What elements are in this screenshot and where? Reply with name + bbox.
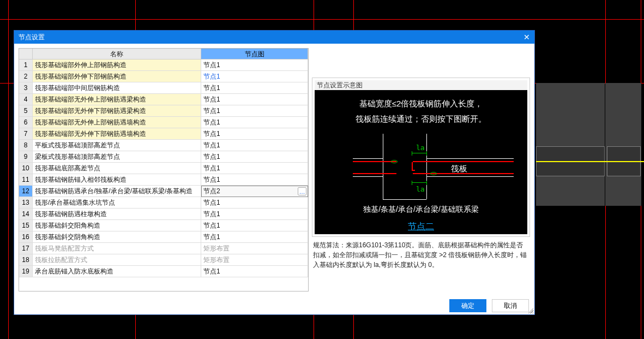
- row-name: 筏形基础端部无外伸上部钢筋遇梁构造: [33, 94, 201, 105]
- row-name: 筏形基础端部无外伸下部钢筋遇墙构造: [33, 128, 201, 140]
- row-name: 筏形基础底部高差节点: [33, 163, 201, 174]
- table-row[interactable]: 5筏形基础端部无外伸下部钢筋遇梁构造节点1: [19, 105, 308, 117]
- row-index: 9: [19, 151, 33, 163]
- resize-grip-icon[interactable]: [527, 307, 533, 313]
- row-node[interactable]: 节点1: [201, 174, 308, 186]
- table-row[interactable]: 3筏形基础端部中间层钢筋构造节点1: [19, 82, 308, 94]
- preview-fieldset: 节点设置示意图 基础宽度≤2倍筏板钢筋伸入长度， 筏板筋连续通过；否则按下图断开…: [312, 78, 530, 237]
- row-index: 5: [19, 105, 33, 117]
- row-index: 1: [19, 60, 33, 71]
- row-node[interactable]: 节点1: [201, 231, 308, 243]
- row-index: 12: [19, 186, 33, 197]
- row-node[interactable]: 节点1: [201, 163, 308, 174]
- table-row[interactable]: 7筏形基础端部无外伸下部钢筋遇墙构造节点1: [19, 128, 308, 140]
- row-node[interactable]: 节点1: [201, 197, 308, 209]
- row-index: 2: [19, 71, 33, 82]
- row-index: 19: [19, 266, 33, 277]
- preview-text-1: 基础宽度≤2倍筏板钢筋伸入长度，: [315, 99, 527, 109]
- row-index: 18: [19, 254, 33, 266]
- col-header-name[interactable]: 名称: [33, 49, 201, 60]
- row-index: 10: [19, 163, 33, 174]
- row-node[interactable]: 节点1: [201, 140, 308, 151]
- algorithm-text: 规范算法：来源16G101-3第110页。面筋、底筋根据基础构件的属性是否扣减，…: [312, 237, 530, 273]
- titlebar[interactable]: 节点设置 ✕: [14, 31, 534, 44]
- table-row[interactable]: 13筏形/承台基础遇集水坑节点节点1: [19, 197, 308, 209]
- table-row[interactable]: 15筏形基础斜交阳角构造节点1: [19, 220, 308, 231]
- table-row[interactable]: 19承台底筋锚入防水底板构造节点1: [19, 266, 308, 277]
- row-index: 3: [19, 82, 33, 94]
- table-row[interactable]: 10筏形基础底部高差节点节点1: [19, 163, 308, 174]
- row-name: 平板式筏形基础顶部高差节点: [33, 140, 201, 151]
- row-index: 11: [19, 174, 33, 186]
- row-name: 筏形基础斜交阴角构造: [33, 231, 201, 243]
- table-row[interactable]: 4筏形基础端部无外伸上部钢筋遇梁构造节点1: [19, 94, 308, 105]
- table-row[interactable]: 8平板式筏形基础顶部高差节点节点1: [19, 140, 308, 151]
- row-node[interactable]: 矩形布置: [201, 254, 308, 266]
- table-row[interactable]: 14筏形基础钢筋遇柱墩构造节点1: [19, 209, 308, 220]
- table-row[interactable]: 2筏形基础端部外伸下部钢筋构造节点1: [19, 71, 308, 82]
- row-name: 筏形基础端部无外伸下部钢筋遇梁构造: [33, 105, 201, 117]
- preview-canvas: 基础宽度≤2倍筏板钢筋伸入长度， 筏板筋连续通过；否则按下图断开。: [315, 90, 527, 234]
- row-name: 筏板马凳筋配置方式: [33, 243, 201, 254]
- row-index: 8: [19, 140, 33, 151]
- row-index: 16: [19, 231, 33, 243]
- table-row[interactable]: 11筏形基础钢筋锚入相邻筏板构造节点1: [19, 174, 308, 186]
- row-node[interactable]: 节点1: [201, 128, 308, 140]
- dialog-buttons: 确定 取消: [14, 296, 534, 314]
- row-name: 筏形基础钢筋遇承台/独基/承台梁/基础联系梁/条基构造: [33, 186, 201, 197]
- row-node[interactable]: 节点2…: [201, 186, 308, 197]
- table-row[interactable]: 6筏形基础端部无外伸上部钢筋遇墙构造节点1: [19, 117, 308, 128]
- preview-legend: 节点设置示意图: [315, 80, 527, 90]
- dialog-title: 节点设置: [19, 33, 45, 42]
- row-node[interactable]: 节点1: [201, 71, 308, 82]
- row-node[interactable]: 节点1: [201, 105, 308, 117]
- col-header-index: [19, 49, 33, 60]
- table-row[interactable]: 1筏形基础端部外伸上部钢筋构造节点1: [19, 60, 308, 71]
- table-row[interactable]: 12筏形基础钢筋遇承台/独基/承台梁/基础联系梁/条基构造节点2…: [19, 186, 308, 197]
- row-name: 筏形基础钢筋锚入相邻筏板构造: [33, 174, 201, 186]
- node-settings-dialog: 节点设置 ✕ 名称 节点图 1筏形基础端部外伸上部钢筋构造节点12筏形基础端部外…: [14, 30, 535, 315]
- row-node[interactable]: 节点1: [201, 60, 308, 71]
- table-row[interactable]: 9梁板式筏形基础顶部高差节点节点1: [19, 151, 308, 163]
- col-header-node[interactable]: 节点图: [201, 49, 308, 60]
- row-name: 筏形基础钢筋遇柱墩构造: [33, 209, 201, 220]
- cancel-button[interactable]: 取消: [492, 299, 529, 312]
- row-node[interactable]: 矩形布置: [201, 243, 308, 254]
- row-index: 7: [19, 128, 33, 140]
- row-name: 筏形基础端部外伸下部钢筋构造: [33, 71, 201, 82]
- row-name: 筏形基础斜交阳角构造: [33, 220, 201, 231]
- la-label-bot: la: [416, 185, 425, 193]
- row-node[interactable]: 节点1: [201, 94, 308, 105]
- la-label-top: la: [416, 144, 425, 152]
- row-node[interactable]: 节点1: [201, 220, 308, 231]
- close-icon[interactable]: ✕: [519, 31, 534, 44]
- row-name: 筏形基础端部外伸上部钢筋构造: [33, 60, 201, 71]
- node-table: 名称 节点图 1筏形基础端部外伸上部钢筋构造节点12筏形基础端部外伸下部钢筋构造…: [19, 48, 309, 292]
- row-name: 筏板拉筋配置方式: [33, 254, 201, 266]
- preview-bottom-label: 独基/条基/承台/承台梁/基础联系梁: [315, 205, 527, 215]
- ok-button[interactable]: 确定: [449, 299, 486, 312]
- row-name: 承台底筋锚入防水底板构造: [33, 266, 201, 277]
- fb-label: 筏板: [451, 164, 467, 174]
- row-index: 13: [19, 197, 33, 209]
- row-node[interactable]: 节点1: [201, 209, 308, 220]
- row-index: 17: [19, 243, 33, 254]
- ellipsis-icon[interactable]: …: [298, 187, 306, 195]
- row-index: 4: [19, 94, 33, 105]
- table-body[interactable]: 1筏形基础端部外伸上部钢筋构造节点12筏形基础端部外伸下部钢筋构造节点13筏形基…: [19, 60, 308, 291]
- table-row[interactable]: 18筏板拉筋配置方式矩形布置: [19, 254, 308, 266]
- row-node[interactable]: 节点1: [201, 266, 308, 277]
- row-index: 14: [19, 209, 33, 220]
- table-row[interactable]: 17筏板马凳筋配置方式矩形布置: [19, 243, 308, 254]
- row-name: 筏形基础端部无外伸上部钢筋遇墙构造: [33, 117, 201, 128]
- preview-panel: 节点设置示意图 基础宽度≤2倍筏板钢筋伸入长度， 筏板筋连续通过；否则按下图断开…: [312, 48, 530, 292]
- preview-node-title[interactable]: 节点二: [315, 221, 527, 233]
- row-index: 6: [19, 117, 33, 128]
- row-node[interactable]: 节点1: [201, 151, 308, 163]
- table-row[interactable]: 16筏形基础斜交阴角构造节点1: [19, 231, 308, 243]
- row-node[interactable]: 节点1: [201, 117, 308, 128]
- row-node[interactable]: 节点1: [201, 82, 308, 94]
- preview-text-2: 筏板筋连续通过；否则按下图断开。: [315, 114, 527, 124]
- row-name: 筏形/承台基础遇集水坑节点: [33, 197, 201, 209]
- row-name: 梁板式筏形基础顶部高差节点: [33, 151, 201, 163]
